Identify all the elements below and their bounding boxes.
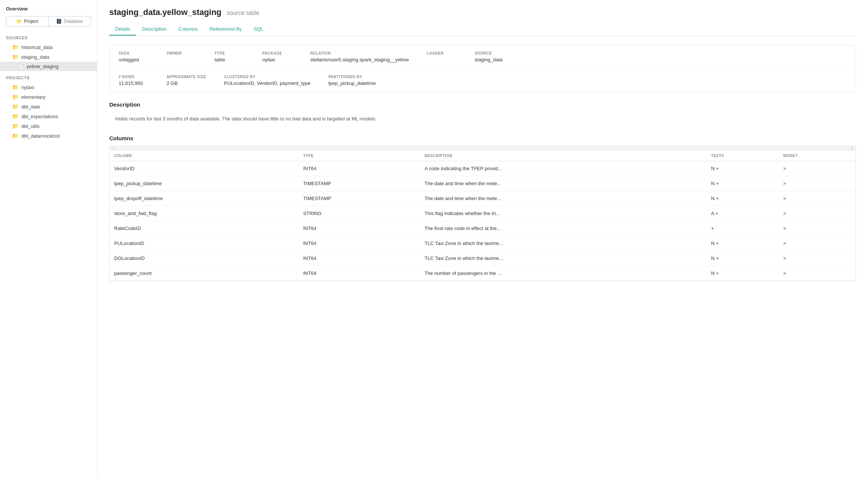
tab-details[interactable]: Details xyxy=(109,23,136,36)
col-header-type: TYPE xyxy=(299,151,420,161)
sidebar-item-historical_data[interactable]: 📁 historical_data xyxy=(0,42,97,52)
description-content: Holds records for last 3 months of data … xyxy=(109,112,856,126)
columns-table: COLUMN TYPE DESCRIPTION TESTS MORE? Vend… xyxy=(110,151,856,281)
col-name-cell: RateCodeID xyxy=(110,221,299,236)
database-icon: 🗄️ xyxy=(56,19,62,24)
col-more-cell[interactable]: > xyxy=(779,191,856,206)
meta-clustered-by: CLUSTERED BY PULocationID, VendorID, pay… xyxy=(224,75,311,86)
col-type-cell: INT64 xyxy=(299,161,420,176)
columns-title: Columns xyxy=(109,135,856,141)
scroll-left-arrow[interactable]: ‹ xyxy=(110,146,118,153)
folder-icon: 📁 xyxy=(12,123,18,129)
col-header-more: MORE? xyxy=(779,151,856,161)
meta-package: PACKAGE nytaxi xyxy=(262,51,292,62)
col-more-cell[interactable]: > xyxy=(779,206,856,221)
meta-relation: RELATION stellarismusv5.staging.spark_st… xyxy=(310,51,409,62)
meta-loader: LOADER xyxy=(427,51,457,57)
col-tests-cell: N + xyxy=(707,236,779,251)
col-type-cell: INT64 xyxy=(299,236,420,251)
sidebar-database-tab[interactable]: 🗄️ Database xyxy=(49,16,91,27)
sidebar-overview-label: Overview xyxy=(0,6,97,16)
col-more-cell[interactable]: > xyxy=(779,266,856,281)
col-header-tests: TESTS xyxy=(707,151,779,161)
col-desc-cell: A code indicating the TPEP provid... xyxy=(420,161,707,176)
sidebar: Overview 📁 Project 🗄️ Database Sources 📁… xyxy=(0,0,97,478)
col-tests-cell: N + xyxy=(707,266,779,281)
folder-icon: 📁 xyxy=(12,113,18,119)
col-type-cell: TIMESTAMP xyxy=(299,191,420,206)
table-row[interactable]: tpep_pickup_datetime TIMESTAMP The date … xyxy=(110,176,856,191)
sidebar-item-yellow_staging[interactable]: 📄 yellow_staging xyxy=(0,62,97,71)
col-more-cell[interactable]: > xyxy=(779,221,856,236)
col-name-cell: tpep_pickup_datetime xyxy=(110,176,299,191)
file-icon: 📄 xyxy=(18,64,24,69)
col-desc-cell: TLC Taxi Zone in which the taxime... xyxy=(420,236,707,251)
page-header: staging_data.yellow_staging source table xyxy=(109,7,856,17)
meta-rows: # ROWS 11,615,960 xyxy=(119,75,149,86)
col-type-cell: STRING xyxy=(299,206,420,221)
col-desc-cell: This flag indicates whether the tri... xyxy=(420,206,707,221)
col-tests-cell: N + xyxy=(707,161,779,176)
col-tests-cell: + xyxy=(707,221,779,236)
tab-description[interactable]: Description xyxy=(136,23,173,36)
col-tests-cell: A + xyxy=(707,206,779,221)
col-more-cell[interactable]: > xyxy=(779,251,856,266)
tab-columns[interactable]: Columns xyxy=(173,23,204,36)
columns-section: Columns ‹ › COLUMN TYPE DESCRIPTION TEST… xyxy=(109,135,856,281)
col-tests-cell: N + xyxy=(707,251,779,266)
metadata-row-1: TAGS untagged OWNER TYPE table PACKAGE n… xyxy=(110,45,856,69)
col-name-cell: store_and_fwd_flag xyxy=(110,206,299,221)
main-content: staging_data.yellow_staging source table… xyxy=(97,0,868,478)
sidebar-item-staging_data[interactable]: 📁 staging_data xyxy=(0,52,97,62)
col-header-description: DESCRIPTION xyxy=(420,151,707,161)
col-type-cell: INT64 xyxy=(299,251,420,266)
col-name-cell: PULocationID xyxy=(110,236,299,251)
description-title: Description xyxy=(109,101,856,108)
sidebar-item-dbt_datamocktool[interactable]: 📁 dbt_datamocktool xyxy=(0,131,97,141)
col-header-column: COLUMN xyxy=(110,151,299,161)
folder-icon: 📁 xyxy=(12,54,18,60)
meta-source: SOURCE staging_data xyxy=(475,51,505,62)
folder-icon: 📁 xyxy=(12,133,18,139)
tab-referenced-by[interactable]: Referenced By xyxy=(204,23,248,36)
col-more-cell[interactable]: > xyxy=(779,161,856,176)
tab-sql[interactable]: SQL xyxy=(248,23,269,36)
col-tests-cell: N + xyxy=(707,191,779,206)
sidebar-item-dbt_utils[interactable]: 📁 dbt_utils xyxy=(0,121,97,131)
sidebar-item-elementary[interactable]: 📁 elementary xyxy=(0,92,97,102)
page-title: staging_data.yellow_staging source table xyxy=(109,7,259,17)
col-more-cell[interactable]: > xyxy=(779,236,856,251)
folder-icon: 📁 xyxy=(12,104,18,110)
col-more-cell[interactable]: > xyxy=(779,176,856,191)
projects-section-label: Projects xyxy=(0,71,97,82)
tabs-bar: Details Description Columns Referenced B… xyxy=(109,23,856,36)
col-name-cell: passenger_count xyxy=(110,266,299,281)
description-section: Description Holds records for last 3 mon… xyxy=(109,101,856,126)
folder-icon: 📁 xyxy=(12,44,18,50)
table-row[interactable]: RateCodeID INT64 The final rate code in … xyxy=(110,221,856,236)
scroll-right-arrow[interactable]: › xyxy=(848,146,856,153)
meta-approx-size: APPROXIMATE SIZE 2 GB xyxy=(167,75,206,86)
table-row[interactable]: tpep_dropoff_datetime TIMESTAMP The date… xyxy=(110,191,856,206)
table-row[interactable]: passenger_count INT64 The number of pass… xyxy=(110,266,856,281)
col-desc-cell: The date and time when the mete... xyxy=(420,176,707,191)
folder-icon: 📁 xyxy=(12,94,18,100)
table-row[interactable]: VendorID INT64 A code indicating the TPE… xyxy=(110,161,856,176)
table-row[interactable]: store_and_fwd_flag STRING This flag indi… xyxy=(110,206,856,221)
page-subtitle: source table xyxy=(227,10,259,16)
columns-header-row: COLUMN TYPE DESCRIPTION TESTS MORE? xyxy=(110,151,856,161)
col-desc-cell: The final rate code in effect at the... xyxy=(420,221,707,236)
sidebar-item-dbt_date[interactable]: 📁 dbt_date xyxy=(0,102,97,111)
sidebar-item-dbt_expectations[interactable]: 📁 dbt_expectations xyxy=(0,111,97,121)
sources-section-label: Sources xyxy=(0,31,97,42)
metadata-row-2: # ROWS 11,615,960 APPROXIMATE SIZE 2 GB … xyxy=(110,69,856,92)
col-desc-cell: The date and time when the mete... xyxy=(420,191,707,206)
sidebar-project-tab[interactable]: 📁 Project xyxy=(6,16,49,27)
folder-icon: 📁 xyxy=(16,19,22,24)
meta-owner: OWNER xyxy=(167,51,197,57)
sidebar-item-nytaxi[interactable]: 📁 nytaxi xyxy=(0,82,97,92)
table-row[interactable]: DOLocationID INT64 TLC Taxi Zone in whic… xyxy=(110,251,856,266)
col-desc-cell: The number of passengers in the ... xyxy=(420,266,707,281)
table-row[interactable]: PULocationID INT64 TLC Taxi Zone in whic… xyxy=(110,236,856,251)
meta-tags: TAGS untagged xyxy=(119,51,149,62)
